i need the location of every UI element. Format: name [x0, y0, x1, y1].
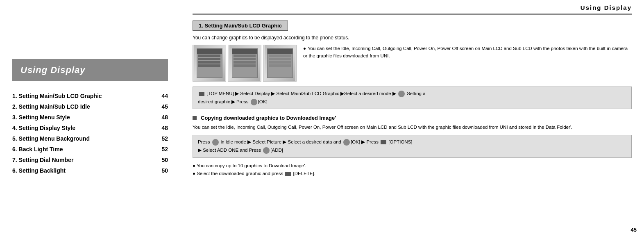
bullet-text-2: Select the downloaded graphic and press … — [197, 171, 315, 176]
toc-label-4: 4. Setting Display Style — [12, 125, 152, 131]
phone-image-1 — [193, 45, 226, 82]
bullet-list: You can copy up to 10 graphics to Downlo… — [193, 162, 632, 178]
toc-label-3: 3. Setting Menu Style — [12, 114, 152, 121]
section2-title: Copying downloaded graphics to Downloade… — [201, 115, 336, 121]
toc-page-7: 50 — [152, 157, 168, 163]
page-number: 45 — [631, 227, 637, 233]
header-title: Using Display — [581, 4, 632, 11]
toc-page-4: 48 — [152, 125, 168, 131]
toc-item-5: 5. Setting Menu Background 52 — [12, 135, 168, 142]
note-bullet — [303, 46, 308, 51]
ok-icon-2 — [343, 139, 350, 146]
toc-page-3: 48 — [152, 114, 168, 121]
options-icon — [381, 140, 386, 144]
toc-label-7: 7. Setting Dial Number — [12, 157, 152, 163]
toc-item-1: 1. Setting Main/Sub LCD Graphic 44 — [12, 93, 168, 99]
toc-label-5: 5. Setting Menu Background — [12, 135, 152, 142]
toc-item-6: 6. Back Light Time 52 — [12, 146, 168, 153]
instruction-box-1: [TOP MENU] ▶ Select Display ▶ Select Mai… — [193, 87, 632, 109]
toc-label-6: 6. Back Light Time — [12, 146, 152, 153]
bullet-text-1: You can copy up to 10 graphics to Downlo… — [197, 163, 306, 168]
section1-intro: You can change graphics to be displayed … — [193, 35, 632, 41]
toc-page-1: 44 — [152, 93, 168, 99]
instruction-box-2: Press in idle mode ▶ Select Picture ▶ Se… — [193, 135, 632, 157]
right-panel: Using Display 1. Setting Main/Sub LCD Gr… — [180, 0, 644, 237]
toc-item-4: 4. Setting Display Style 48 — [12, 125, 168, 131]
instruction-icon-1 — [198, 91, 206, 96]
section1-title: 1. Setting Main/Sub LCD Graphic — [199, 23, 282, 29]
phone-images — [193, 45, 297, 82]
toc-page-6: 52 — [152, 146, 168, 153]
toc-item-3: 3. Setting Menu Style 48 — [12, 114, 168, 121]
bullet-item-2: Select the downloaded graphic and press … — [193, 170, 632, 178]
note-box: You can set the Idle, Incoming Call, Out… — [301, 45, 632, 82]
toc-item-8: 6. Setting Backlight 50 — [12, 167, 168, 174]
toc-page-8: 50 — [152, 167, 168, 174]
square-bullet-icon — [193, 116, 197, 120]
instruction-text-1: [TOP MENU] ▶ Select Display ▶ Select Mai… — [198, 91, 426, 104]
section2-header: Copying downloaded graphics to Downloade… — [193, 115, 632, 121]
instruction-text-2: Press in idle mode ▶ Select Picture ▶ Se… — [198, 139, 413, 153]
toc-label-8: 6. Setting Backlight — [12, 167, 152, 174]
delete-icon — [285, 172, 291, 176]
phone-image-3 — [263, 45, 297, 82]
ok-icon — [251, 99, 257, 105]
toc-item-7: 7. Setting Dial Number 50 — [12, 157, 168, 163]
toc-label-2: 2. Setting Main/Sub LCD Idle — [12, 103, 152, 110]
sidebar-title: Using Display — [20, 65, 85, 75]
left-panel: Using Display 1. Setting Main/Sub LCD Gr… — [0, 0, 180, 237]
nav-icon — [398, 91, 405, 97]
phone-image-2 — [228, 45, 261, 82]
note-text: You can set the Idle, Incoming Call, Out… — [303, 46, 628, 58]
images-and-note: You can set the Idle, Incoming Call, Out… — [193, 45, 632, 82]
toc-page-2: 45 — [152, 103, 168, 110]
nav-icon-2 — [212, 139, 219, 146]
sidebar-title-box: Using Display — [12, 59, 168, 81]
bullet-item-1: You can copy up to 10 graphics to Downlo… — [193, 162, 632, 170]
toc-item-2: 2. Setting Main/Sub LCD Idle 45 — [12, 103, 168, 110]
toc-page-5: 52 — [152, 135, 168, 142]
toc-label-1: 1. Setting Main/Sub LCD Graphic — [12, 93, 152, 99]
section1-header: 1. Setting Main/Sub LCD Graphic — [193, 21, 288, 31]
section2-body: You can set the Idle, Incoming Call, Out… — [193, 123, 632, 131]
top-menu-icon — [199, 92, 204, 96]
page-header: Using Display — [193, 4, 632, 15]
add-icon — [263, 147, 270, 154]
table-of-contents: 1. Setting Main/Sub LCD Graphic 44 2. Se… — [12, 93, 168, 178]
